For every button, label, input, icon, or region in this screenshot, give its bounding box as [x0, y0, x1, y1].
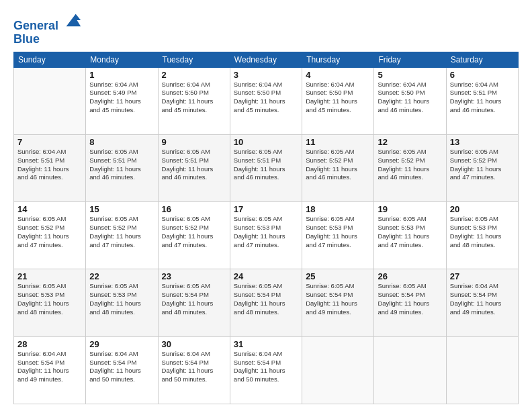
day-number: 7: [17, 137, 82, 147]
day-number: 30: [162, 339, 226, 349]
day-info: Sunrise: 6:05 AMSunset: 5:53 PMDaylight:…: [378, 215, 442, 249]
logo-text: General: [13, 11, 82, 33]
day-number: 19: [378, 204, 442, 214]
day-info: Sunrise: 6:05 AMSunset: 5:53 PMDaylight:…: [450, 215, 515, 249]
day-number: 4: [306, 70, 370, 80]
day-number: 14: [17, 204, 82, 214]
day-info: Sunrise: 6:05 AMSunset: 5:51 PMDaylight:…: [162, 148, 226, 182]
calendar-cell: 23Sunrise: 6:05 AMSunset: 5:54 PMDayligh…: [158, 269, 230, 336]
day-number: 27: [450, 271, 515, 281]
day-number: 11: [306, 137, 370, 147]
logo-general: General: [13, 19, 58, 32]
day-number: 10: [234, 137, 298, 147]
calendar-cell: 5Sunrise: 6:04 AMSunset: 5:50 PMDaylight…: [374, 67, 446, 134]
day-number: 1: [89, 70, 154, 80]
calendar-cell: 27Sunrise: 6:04 AMSunset: 5:54 PMDayligh…: [446, 269, 518, 336]
header: General Blue: [13, 11, 519, 46]
day-number: 17: [234, 204, 298, 214]
calendar-cell: [14, 67, 86, 134]
calendar-row: 14Sunrise: 6:05 AMSunset: 5:52 PMDayligh…: [14, 202, 519, 269]
calendar-cell: 17Sunrise: 6:05 AMSunset: 5:53 PMDayligh…: [230, 202, 302, 269]
day-info: Sunrise: 6:05 AMSunset: 5:53 PMDaylight:…: [234, 215, 298, 249]
calendar-cell: 14Sunrise: 6:05 AMSunset: 5:52 PMDayligh…: [14, 202, 86, 269]
day-number: 12: [378, 137, 442, 147]
day-info: Sunrise: 6:05 AMSunset: 5:52 PMDaylight:…: [162, 215, 226, 249]
day-info: Sunrise: 6:05 AMSunset: 5:52 PMDaylight:…: [89, 215, 154, 249]
day-info: Sunrise: 6:05 AMSunset: 5:52 PMDaylight:…: [306, 148, 370, 182]
day-info: Sunrise: 6:04 AMSunset: 5:50 PMDaylight:…: [378, 81, 442, 115]
col-header-wednesday: Wednesday: [230, 52, 302, 67]
day-number: 20: [450, 204, 515, 214]
col-header-thursday: Thursday: [302, 52, 374, 67]
calendar-cell: [446, 336, 518, 404]
day-number: 13: [450, 137, 515, 147]
calendar-cell: 18Sunrise: 6:05 AMSunset: 5:53 PMDayligh…: [302, 202, 374, 269]
calendar-cell: 4Sunrise: 6:04 AMSunset: 5:50 PMDaylight…: [302, 67, 374, 134]
calendar-cell: 9Sunrise: 6:05 AMSunset: 5:51 PMDaylight…: [158, 134, 230, 201]
calendar-table: SundayMondayTuesdayWednesdayThursdayFrid…: [13, 52, 519, 404]
svg-marker-0: [66, 14, 81, 27]
calendar-cell: 13Sunrise: 6:05 AMSunset: 5:52 PMDayligh…: [446, 134, 518, 201]
day-info: Sunrise: 6:05 AMSunset: 5:51 PMDaylight:…: [89, 148, 154, 182]
day-number: 31: [234, 339, 298, 349]
logo: General Blue: [13, 11, 82, 46]
day-info: Sunrise: 6:05 AMSunset: 5:54 PMDaylight:…: [306, 282, 370, 316]
calendar-cell: 31Sunrise: 6:04 AMSunset: 5:54 PMDayligh…: [230, 336, 302, 404]
calendar-cell: 22Sunrise: 6:05 AMSunset: 5:53 PMDayligh…: [86, 269, 158, 336]
day-number: 2: [162, 70, 226, 80]
calendar-cell: [302, 336, 374, 404]
day-number: 22: [89, 271, 154, 281]
day-info: Sunrise: 6:05 AMSunset: 5:52 PMDaylight:…: [378, 148, 442, 182]
day-info: Sunrise: 6:04 AMSunset: 5:50 PMDaylight:…: [162, 81, 226, 115]
page: General Blue SundayMondayTuesdayWednesda…: [0, 0, 532, 411]
day-number: 23: [162, 271, 226, 281]
calendar-cell: 26Sunrise: 6:05 AMSunset: 5:54 PMDayligh…: [374, 269, 446, 336]
day-number: 21: [17, 271, 82, 281]
day-info: Sunrise: 6:05 AMSunset: 5:51 PMDaylight:…: [234, 148, 298, 182]
col-header-friday: Friday: [374, 52, 446, 67]
calendar-cell: 24Sunrise: 6:05 AMSunset: 5:54 PMDayligh…: [230, 269, 302, 336]
day-info: Sunrise: 6:04 AMSunset: 5:54 PMDaylight:…: [17, 350, 82, 384]
day-info: Sunrise: 6:04 AMSunset: 5:50 PMDaylight:…: [234, 81, 298, 115]
day-number: 6: [450, 70, 515, 80]
col-header-saturday: Saturday: [446, 52, 518, 67]
calendar-cell: 7Sunrise: 6:04 AMSunset: 5:51 PMDaylight…: [14, 134, 86, 201]
calendar-row: 7Sunrise: 6:04 AMSunset: 5:51 PMDaylight…: [14, 134, 519, 201]
calendar-cell: 3Sunrise: 6:04 AMSunset: 5:50 PMDaylight…: [230, 67, 302, 134]
day-info: Sunrise: 6:04 AMSunset: 5:51 PMDaylight:…: [450, 81, 515, 115]
day-info: Sunrise: 6:04 AMSunset: 5:50 PMDaylight:…: [306, 81, 370, 115]
calendar-row: 21Sunrise: 6:05 AMSunset: 5:53 PMDayligh…: [14, 269, 519, 336]
day-number: 5: [378, 70, 442, 80]
day-info: Sunrise: 6:04 AMSunset: 5:51 PMDaylight:…: [17, 148, 82, 182]
logo-blue: Blue: [13, 33, 82, 46]
calendar-row: 1Sunrise: 6:04 AMSunset: 5:49 PMDaylight…: [14, 67, 519, 134]
day-info: Sunrise: 6:05 AMSunset: 5:54 PMDaylight:…: [234, 282, 298, 316]
day-number: 24: [234, 271, 298, 281]
day-info: Sunrise: 6:05 AMSunset: 5:53 PMDaylight:…: [89, 282, 154, 316]
day-info: Sunrise: 6:05 AMSunset: 5:54 PMDaylight:…: [162, 282, 226, 316]
calendar-cell: [374, 336, 446, 404]
day-number: 18: [306, 204, 370, 214]
calendar-cell: 8Sunrise: 6:05 AMSunset: 5:51 PMDaylight…: [86, 134, 158, 201]
day-info: Sunrise: 6:05 AMSunset: 5:53 PMDaylight:…: [17, 282, 82, 316]
calendar-cell: 10Sunrise: 6:05 AMSunset: 5:51 PMDayligh…: [230, 134, 302, 201]
calendar-cell: 21Sunrise: 6:05 AMSunset: 5:53 PMDayligh…: [14, 269, 86, 336]
col-header-monday: Monday: [86, 52, 158, 67]
day-number: 9: [162, 137, 226, 147]
day-info: Sunrise: 6:04 AMSunset: 5:54 PMDaylight:…: [89, 350, 154, 384]
calendar-cell: 29Sunrise: 6:04 AMSunset: 5:54 PMDayligh…: [86, 336, 158, 404]
day-info: Sunrise: 6:05 AMSunset: 5:54 PMDaylight:…: [378, 282, 442, 316]
calendar-cell: 2Sunrise: 6:04 AMSunset: 5:50 PMDaylight…: [158, 67, 230, 134]
calendar-cell: 28Sunrise: 6:04 AMSunset: 5:54 PMDayligh…: [14, 336, 86, 404]
day-info: Sunrise: 6:04 AMSunset: 5:54 PMDaylight:…: [162, 350, 226, 384]
day-info: Sunrise: 6:04 AMSunset: 5:49 PMDaylight:…: [89, 81, 154, 115]
day-info: Sunrise: 6:05 AMSunset: 5:52 PMDaylight:…: [450, 148, 515, 182]
day-info: Sunrise: 6:05 AMSunset: 5:52 PMDaylight:…: [17, 215, 82, 249]
day-number: 8: [89, 137, 154, 147]
calendar-cell: 25Sunrise: 6:05 AMSunset: 5:54 PMDayligh…: [302, 269, 374, 336]
day-info: Sunrise: 6:04 AMSunset: 5:54 PMDaylight:…: [450, 282, 515, 316]
calendar-cell: 16Sunrise: 6:05 AMSunset: 5:52 PMDayligh…: [158, 202, 230, 269]
col-header-tuesday: Tuesday: [158, 52, 230, 67]
day-info: Sunrise: 6:04 AMSunset: 5:54 PMDaylight:…: [234, 350, 298, 384]
col-header-sunday: Sunday: [14, 52, 86, 67]
